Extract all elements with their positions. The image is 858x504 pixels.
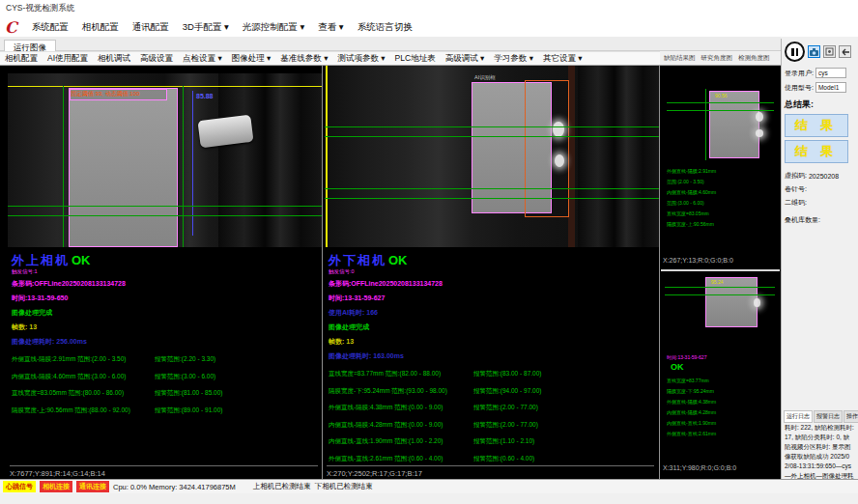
measurement-row: 隔膜宽度-下:95.24mm 范围:(93.00 - 98.00) 报警范围:(… [329, 387, 541, 396]
thumb-value-overlay: 95.24 [711, 279, 724, 285]
toolbar-item[interactable]: AI使用配置 [43, 53, 93, 65]
control-buttons-row [782, 39, 858, 64]
measurement-value: 外侧直线-直线:2.61mm 范围:(0.60 - 4.00) [329, 455, 473, 463]
virtual-code-row: 虚拟码: 20250208 [785, 171, 856, 181]
cpu-memory-readout: Cpu: 0.0% Memory: 3424.41796875M [113, 483, 236, 491]
measurement-list: 直线宽度=83.77mm 范围:(82.00 - 88.00) 报警范围:(83… [329, 370, 541, 463]
machine-structure [578, 66, 659, 247]
app-window: CYS-视觉检测系统 C 系统配置相机配置通讯配置3D手配置 ▾光源控制配置 ▾… [0, 0, 858, 504]
camera-view-button[interactable] [808, 45, 820, 58]
model-label: 使用型号: [785, 83, 814, 93]
login-user-label: 登录用户: [785, 69, 814, 78]
toolbar-item[interactable]: 测试项参数 ▾ [332, 53, 389, 65]
toolbar-item[interactable]: 点检设置 ▾ [178, 53, 227, 65]
measure-green-line [325, 198, 659, 199]
menu-item[interactable]: 通讯配置 [126, 21, 176, 34]
virtual-code-value: 20250208 [809, 173, 839, 180]
cursor-coords-readout: X:270;Y:2502;R:17;G:17;B:17 [327, 465, 654, 478]
thumbnail-bottom-view[interactable]: 95.24 时间:13-31-59-627 OK 直线宽度=83.77mm隔膜宽… [661, 273, 780, 480]
proc-time-line: 图像处理耗时: 256.00ms [12, 337, 222, 347]
thumb-measure-line: 内侧直线-隔膜:4.60mm [667, 187, 716, 198]
edge-green-line [705, 89, 706, 160]
measure-value-overlay: 85.88 [196, 93, 214, 99]
menu-item[interactable]: 系统语言切换 [351, 21, 419, 34]
panel-divider [659, 66, 660, 480]
alarm-range: 报警范围:(81.00 - 85.00) [155, 389, 222, 398]
thumbnail-tab[interactable]: 缺陷结果图 [661, 54, 699, 63]
thumbnail-column: 90.56 外侧直线-隔膜:2.91mm范围:(2.00 - 3.50)内侧直线… [661, 66, 780, 480]
toolbar-item[interactable]: 学习参数 ▾ [489, 53, 538, 65]
edge-green-line [63, 86, 64, 247]
toolbar-item[interactable]: 高级调试 ▾ [441, 53, 490, 65]
thumb-time-line: 时间:13-31-59-627 [667, 354, 706, 360]
log-tab-run[interactable]: 运行日志 [784, 410, 813, 423]
bright-spot [555, 154, 564, 167]
center-camera-panel: AI识别框 外下相机OK 触发信号:0 条形码:OFFLine202502081… [325, 66, 659, 480]
needle-row: 卷针号: [785, 184, 856, 194]
cell-region: 固定阈值:93, 动态阈值:100 [69, 88, 178, 247]
result-ok-label: OK [388, 253, 408, 267]
toolbar: 相机配置AI使用配置相机调试高级设置点检设置 ▾图像处理 ▾基准线参数 ▾测试项… [0, 51, 660, 65]
pause-button[interactable] [785, 42, 805, 62]
menu-items: 系统配置相机配置通讯配置3D手配置 ▾光源控制配置 ▾查看 ▾系统语言切换 [25, 21, 419, 34]
thumbnail-tab[interactable]: 研究角度图 [699, 54, 736, 63]
menu-item[interactable]: 3D手配置 ▾ [176, 21, 236, 34]
qr-label: 二维码: [785, 198, 807, 208]
measurement-row: 内侧直线-隔膜:4.60mm 范围:(3.00 - 6.00) 报警范围:(3.… [12, 373, 222, 381]
toolbar-item[interactable]: 高级设置 [135, 53, 178, 65]
alarm-range: 报警范围:(83.00 - 87.00) [473, 370, 541, 378]
toolbar-item[interactable]: 基准线参数 ▾ [275, 53, 332, 65]
measurement-row: 直线宽度=83.77mm 范围:(82.00 - 88.00) 报警范围:(83… [329, 370, 541, 378]
center-camera-image[interactable]: AI识别框 [325, 66, 659, 247]
thumbnail-top-view[interactable]: 90.56 外侧直线-隔膜:2.91mm范围:(2.00 - 3.50)内侧直线… [661, 73, 780, 269]
toolbar-item[interactable]: 相机调试 [93, 53, 135, 65]
alarm-range: 报警范围:(2.00 - 77.00) [473, 404, 538, 412]
measurement-value: 外侧直线-隔膜:4.38mm 范围:(0.00 - 9.00) [329, 404, 473, 412]
comm-connect-badge: 通讯连接 [76, 481, 109, 492]
ai-detect-label: AI识别框 [474, 74, 496, 81]
menu-item[interactable]: 光源控制配置 ▾ [236, 21, 311, 34]
result-ok-label: OK [72, 253, 91, 267]
toolbar-item[interactable]: 其它设置 ▾ [538, 53, 587, 65]
toolbar-item[interactable]: 图像处理 ▾ [227, 53, 276, 65]
measurement-row: 外侧直线-直线:2.61mm 范围:(0.60 - 4.00) 报警范围:(0.… [329, 455, 541, 463]
toolbar-item[interactable]: 相机配置 [0, 53, 43, 65]
back-button[interactable] [839, 45, 851, 58]
log-tab-alarm[interactable]: 报警日志 [814, 410, 843, 423]
capture-button[interactable] [823, 45, 836, 58]
login-user-value: cys [815, 68, 846, 78]
alarm-range: 报警范围:(3.00 - 6.00) [155, 373, 215, 381]
threshold-overlay: 固定阈值:93, 动态阈值:100 [70, 89, 167, 100]
time-line: 时间:13-31-59-627 [329, 294, 541, 303]
left-camera-image[interactable]: 固定阈值:93, 动态阈值:100 85.88 [8, 73, 322, 247]
menu-item[interactable]: 相机配置 [75, 21, 126, 34]
menu-item[interactable]: 查看 ▾ [311, 21, 350, 34]
measure-green-line [8, 206, 322, 207]
thumb-measure-line: 外侧直线-隔膜:2.91mm [667, 166, 716, 177]
thumbnail-tab[interactable]: 检测角度图 [735, 54, 773, 63]
machine-structure [218, 73, 322, 247]
measure-green-line [325, 136, 659, 137]
thumb-measure-line: 内侧直线-隔膜:4.28mm [667, 407, 716, 418]
log-tab-operation[interactable]: 操作日志 [844, 410, 858, 423]
bright-spot [756, 129, 763, 137]
needle-label: 卷针号: [785, 184, 807, 194]
toolbar-item[interactable]: PLC地址表 [390, 53, 441, 65]
frames-line: 帧数: 13 [12, 322, 222, 332]
login-user-row: 登录用户: cys [785, 68, 856, 78]
menu-item[interactable]: 系统配置 [25, 21, 75, 34]
camera-title: 外上相机 [12, 253, 70, 267]
thumb-result-ok: OK [671, 362, 684, 372]
trigger-line: 触发信号:1 [12, 268, 222, 274]
result-box-lower: 结 果 [785, 140, 848, 163]
baseline-yellow-line [326, 66, 328, 247]
target-icon [825, 47, 834, 56]
alarm-range: 报警范围:(2.00 - 77.00) [473, 421, 538, 430]
thumb-measure-line: 外侧直线-直线:2.61mm [667, 429, 716, 439]
measure-blue-line [192, 91, 193, 236]
measure-green-line [325, 126, 659, 127]
edge-green-line [183, 86, 184, 247]
window-titlebar: CYS-视觉检测系统 [0, 0, 858, 17]
measurement-row: 直线宽度=83.05mm 范围:(80.00 - 86.00) 报警范围:(81… [12, 389, 222, 398]
measure-green-line [665, 294, 775, 295]
